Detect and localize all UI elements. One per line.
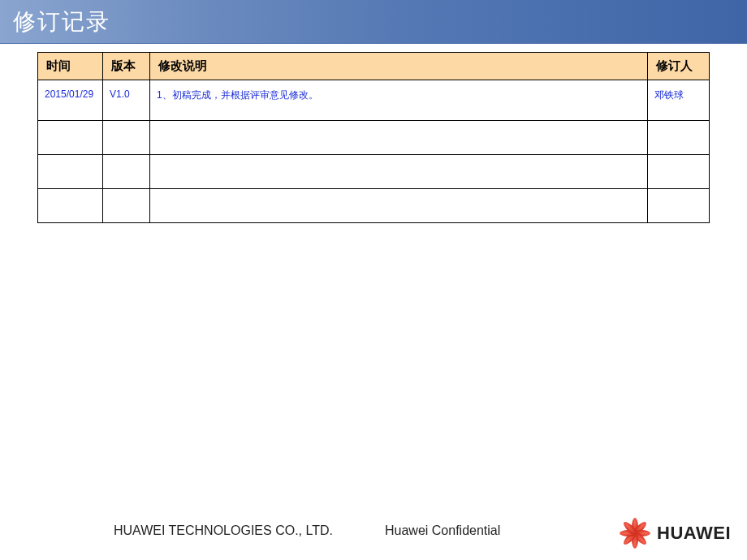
cell-reviser — [648, 189, 710, 223]
footer-confidential: Huawei Confidential — [385, 523, 500, 538]
title-bar: 修订记录 — [0, 0, 747, 44]
table-body: 2015/01/29 V1.0 1、初稿完成，并根据评审意见修改。 邓铁球 — [38, 80, 710, 223]
cell-desc: 1、初稿完成，并根据评审意见修改。 — [150, 80, 648, 121]
cell-time — [38, 121, 103, 155]
cell-version — [103, 189, 150, 223]
cell-reviser — [648, 155, 710, 189]
page-title: 修订记录 — [13, 6, 110, 37]
col-header-version: 版本 — [103, 53, 150, 80]
cell-time — [38, 155, 103, 189]
cell-reviser — [648, 121, 710, 155]
table-row — [38, 189, 710, 223]
cell-reviser: 邓铁球 — [648, 80, 710, 121]
cell-desc — [150, 155, 648, 189]
table-row — [38, 121, 710, 155]
brand-logo: HUAWEI — [618, 516, 731, 550]
cell-version — [103, 121, 150, 155]
cell-desc — [150, 121, 648, 155]
huawei-flower-icon — [618, 516, 652, 550]
cell-desc — [150, 189, 648, 223]
slide: 修订记录 时间 版本 修改说明 修订人 2015/01/29 V1.0 1、初稿… — [0, 0, 747, 560]
table-header-row: 时间 版本 修改说明 修订人 — [38, 53, 710, 80]
col-header-desc: 修改说明 — [150, 53, 648, 80]
cell-time: 2015/01/29 — [38, 80, 103, 121]
footer-company: HUAWEI TECHNOLOGIES CO., LTD. — [114, 523, 333, 538]
footer: HUAWEI TECHNOLOGIES CO., LTD. Huawei Con… — [0, 508, 747, 554]
col-header-reviser: 修订人 — [648, 53, 710, 80]
table-row — [38, 155, 710, 189]
brand-name: HUAWEI — [657, 523, 731, 544]
col-header-time: 时间 — [38, 53, 103, 80]
cell-time — [38, 189, 103, 223]
revision-table-container: 时间 版本 修改说明 修订人 2015/01/29 V1.0 1、初稿完成，并根… — [0, 44, 747, 223]
table-row: 2015/01/29 V1.0 1、初稿完成，并根据评审意见修改。 邓铁球 — [38, 80, 710, 121]
revision-table: 时间 版本 修改说明 修订人 2015/01/29 V1.0 1、初稿完成，并根… — [37, 52, 710, 223]
cell-version — [103, 155, 150, 189]
cell-version: V1.0 — [103, 80, 150, 121]
